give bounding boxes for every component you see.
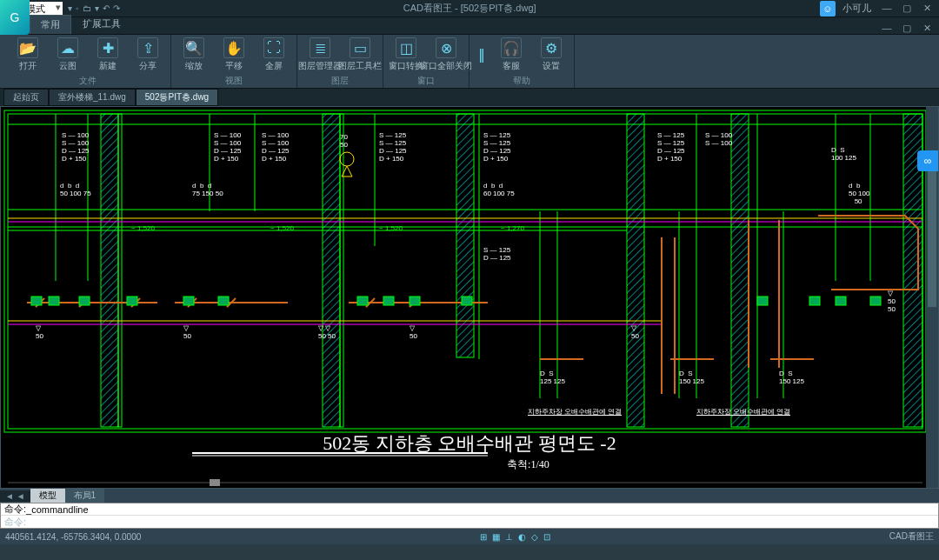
full-button[interactable]: ⛶全屏	[255, 35, 293, 75]
dimension-label: S — 100 S — 100	[705, 131, 732, 147]
snap-icon: ⊞	[480, 532, 487, 542]
svg-rect-35	[79, 297, 90, 305]
svg-rect-34	[49, 297, 59, 305]
layertb-icon: ▭	[350, 37, 370, 58]
doc-window-controls: — ▢ ✕	[878, 23, 939, 34]
new-icon: ✚	[97, 37, 118, 58]
layertb-button[interactable]: ▭图层工具栏	[341, 35, 379, 75]
winclose-button[interactable]: ⊗窗口全部关闭	[427, 35, 465, 75]
settings-button[interactable]: ⚙设置	[532, 35, 570, 75]
svg-rect-12	[627, 114, 644, 427]
settings-icon: ⚙	[541, 37, 562, 58]
svg-rect-13	[731, 114, 749, 427]
title-bar: 编辑模式 ▾◦🗀▾↶↷ CAD看图王 - [502등PIT층.dwg] ☺ 小可…	[0, 0, 939, 17]
svg-point-47	[340, 152, 354, 166]
qat[interactable]: ▾◦🗀▾↶↷	[68, 3, 120, 13]
dimension-label: ▽ ▽ 50 50	[318, 324, 336, 340]
doc-max-button[interactable]: ▢	[898, 23, 916, 34]
svg-rect-8	[118, 114, 122, 427]
cloud-icon: ☁	[57, 37, 78, 58]
command-input[interactable]	[26, 517, 935, 528]
green-dimension: − 1,270	[501, 224, 524, 232]
close-button[interactable]: ✕	[918, 3, 936, 14]
dimension-label: ▽ 50	[183, 324, 191, 340]
drawing-scale: 축척:1/40	[507, 457, 549, 472]
pipe-note-1: 지하주차장 오배수배관에 연결	[528, 407, 622, 417]
pausebtns-icon: ‖	[471, 43, 492, 64]
grid-icon: ▦	[492, 532, 500, 542]
dimension-label: D S 150 125	[779, 370, 804, 385]
dimension-label: D S 150 125	[679, 370, 704, 385]
ribbon-tabs: 常用 扩展工具 — ▢ ✕	[0, 17, 939, 35]
pan-button[interactable]: ✋平移	[215, 35, 253, 75]
ribbon-group-视图: 🔍缩放✋平移⛶全屏视图	[171, 35, 297, 88]
ribbon-group-窗口: ◫窗口转换⊗窗口全部关闭窗口	[383, 35, 470, 88]
dimension-label: ▽ 50 50	[888, 290, 896, 313]
dimension-label: d b 50 100 50	[849, 182, 869, 205]
green-dimension: − 1,520	[131, 224, 155, 232]
otrack-icon: ⊡	[543, 532, 550, 542]
share-button[interactable]: ⇪分享	[129, 35, 167, 75]
new-button[interactable]: ✚新建	[89, 35, 127, 75]
svg-rect-39	[357, 297, 368, 305]
green-dimension: − 1,520	[270, 224, 294, 232]
dimension-label: S — 125 D — 125	[483, 246, 511, 262]
command-area: 命令:_commandline 命令:	[0, 503, 939, 529]
layermgr-button[interactable]: ≣图层管理器	[301, 35, 339, 75]
cloud-button[interactable]: ☁云图	[49, 35, 87, 75]
dimension-label: d b d 50 100 75	[60, 182, 91, 197]
command-prompt: 命令:	[4, 516, 26, 529]
svg-rect-37	[183, 297, 194, 305]
svg-rect-7	[101, 114, 118, 427]
doc-tab[interactable]: 起始页	[3, 89, 49, 106]
open-button[interactable]: 📂打开	[9, 35, 47, 75]
doc-close-button[interactable]: ✕	[918, 23, 936, 34]
doc-min-button[interactable]: —	[878, 23, 896, 33]
tab-common[interactable]: 常用	[30, 15, 71, 34]
dimension-label: S — 125 S — 125 D — 125 D + 150	[483, 131, 511, 163]
tab-paper1[interactable]: 布局1	[65, 489, 105, 503]
doc-tab[interactable]: 室外楼梯_11.dwg	[49, 89, 136, 106]
pipe-note-2: 지하주차장 오배수배관에 연결	[696, 407, 790, 417]
doc-tab[interactable]: 502등PIT층.dwg	[136, 89, 218, 106]
svg-rect-51	[210, 479, 220, 486]
coordinates: 440561.4124, -65756.3404, 0.0000	[5, 532, 141, 542]
winswitch-icon: ◫	[396, 37, 416, 58]
support-button[interactable]: 🎧客服	[492, 35, 530, 75]
status-bar: 440561.4124, -65756.3404, 0.0000 ⊞▦ ⊥◐ ◇…	[0, 529, 939, 544]
tab-model[interactable]: 模型	[30, 489, 65, 503]
minimize-button[interactable]: —	[878, 3, 896, 13]
app-logo-icon[interactable]: G	[0, 0, 30, 35]
dimension-label: S — 100 S — 100 D — 125 D + 150	[62, 131, 90, 163]
user-name[interactable]: 小可儿	[842, 2, 871, 15]
svg-rect-46	[870, 297, 881, 305]
dimension-label: d b d 75 150 50	[192, 182, 223, 197]
side-panel-toggle[interactable]: ∞	[917, 150, 938, 171]
dimension-label: ▽ 50	[631, 324, 639, 340]
pausebtns-button[interactable]: ‖	[473, 35, 490, 75]
pan-icon: ✋	[223, 37, 244, 58]
maximize-button[interactable]: ▢	[898, 3, 916, 14]
status-toggles[interactable]: ⊞▦ ⊥◐ ◇⊡	[480, 532, 550, 542]
open-icon: 📂	[17, 37, 38, 58]
tab-scroll-left[interactable]: ◄ ◄	[0, 490, 30, 502]
document-tabs: 起始页室外楼梯_11.dwg502등PIT층.dwg	[0, 89, 939, 106]
svg-rect-44	[809, 297, 820, 305]
osnap-icon: ◇	[531, 532, 538, 542]
svg-rect-43	[757, 297, 768, 305]
ribbon-group-图层: ≣图层管理器▭图层工具栏图层	[297, 35, 383, 88]
green-dimension: − 1,520	[379, 224, 403, 232]
svg-rect-40	[383, 297, 394, 305]
zoom-button[interactable]: 🔍缩放	[175, 35, 213, 75]
dimension-label: S — 100 S — 100 D — 125 D + 150	[214, 131, 242, 163]
zoom-icon: 🔍	[183, 37, 204, 58]
user-avatar-icon[interactable]: ☺	[820, 1, 836, 17]
support-icon: 🎧	[501, 37, 522, 58]
svg-rect-9	[323, 114, 340, 427]
dimension-label: 70 50	[340, 133, 348, 149]
full-icon: ⛶	[263, 37, 284, 58]
drawing-canvas[interactable]: 502동 지하층 오배수배관 평면도 -2 축척:1/40 지하주차장 오배수배…	[0, 106, 939, 489]
svg-rect-42	[462, 297, 472, 305]
tab-ext-tools[interactable]: 扩展工具	[71, 14, 132, 34]
dimension-label: D S 125 125	[540, 370, 565, 385]
